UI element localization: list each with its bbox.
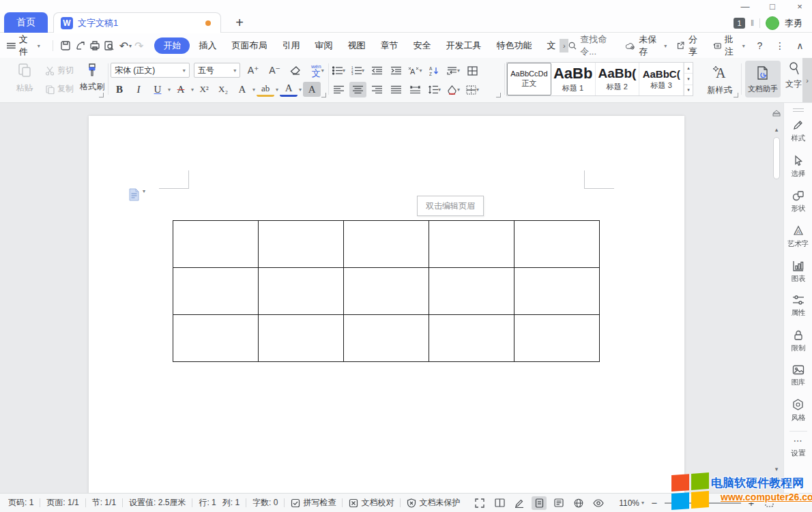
table-cell[interactable]: [514, 221, 600, 268]
font-family-select[interactable]: 宋体 (正文) ▾: [111, 63, 190, 78]
file-menu-button[interactable]: 文件 ▾: [7, 33, 40, 58]
status-page-count[interactable]: 页面: 1/1: [46, 497, 78, 509]
clipboard-dialog-launcher[interactable]: [99, 93, 104, 97]
web-layout-button[interactable]: [571, 496, 586, 510]
read-layout-button[interactable]: [492, 496, 507, 510]
fit-page-button[interactable]: [762, 496, 777, 510]
tab-home[interactable]: 开始: [154, 37, 190, 54]
table-cell[interactable]: [344, 268, 429, 315]
style-normal[interactable]: AaBbCcDd 正文: [507, 63, 551, 95]
justify-button[interactable]: [388, 82, 405, 97]
status-section[interactable]: 节: 1/1: [92, 497, 116, 509]
ribbon-expand-strip[interactable]: ›: [802, 58, 812, 102]
maximize-button[interactable]: □: [767, 1, 778, 12]
document-page[interactable]: ▾ 双击编辑页眉: [89, 116, 684, 493]
align-left-button[interactable]: [330, 82, 347, 97]
clear-format-button[interactable]: [287, 63, 303, 78]
italic-button[interactable]: I: [130, 82, 147, 97]
copy-button[interactable]: 复制: [45, 83, 74, 95]
char-shading-button[interactable]: A: [303, 82, 321, 97]
table-cell[interactable]: [344, 315, 429, 362]
table-cell[interactable]: [173, 268, 259, 315]
sidebar-drag-handle[interactable]: [793, 108, 804, 112]
increase-indent-button[interactable]: [388, 63, 405, 78]
text-effects-dropdown[interactable]: ▾: [252, 87, 255, 93]
scrollbar-thumb[interactable]: [773, 137, 780, 179]
doc-proof-button[interactable]: 文档校对: [349, 497, 394, 509]
tab-security[interactable]: 安全: [407, 37, 437, 54]
close-button[interactable]: ×: [794, 1, 805, 12]
font-dialog-launcher[interactable]: [321, 93, 326, 97]
gallery-scroll-up[interactable]: ▴: [684, 63, 693, 74]
tab-special-features[interactable]: 特色功能: [490, 37, 538, 54]
notification-badge[interactable]: 1: [734, 18, 745, 29]
scroll-down-button[interactable]: ▾: [775, 466, 779, 472]
zoom-slider[interactable]: [665, 502, 741, 504]
outline-view-button[interactable]: [551, 496, 566, 510]
decrease-indent-button[interactable]: [368, 63, 386, 78]
table-cell[interactable]: [514, 268, 600, 315]
font-color-dropdown[interactable]: ▾: [299, 87, 302, 93]
write-mode-button[interactable]: [512, 496, 527, 510]
zoom-in-button[interactable]: +: [746, 497, 756, 509]
increase-font-button[interactable]: A⁺: [244, 63, 261, 78]
tab-view[interactable]: 视图: [341, 37, 371, 54]
highlight-dropdown[interactable]: ▾: [276, 87, 278, 93]
zoom-out-button[interactable]: −: [650, 497, 659, 509]
table-cell[interactable]: [259, 315, 344, 362]
sidebar-item-gallery[interactable]: 图库: [784, 359, 812, 393]
print-preview-button[interactable]: [102, 37, 117, 54]
doc-assistant-button[interactable]: 文档助手: [745, 61, 781, 97]
sidebar-item-styles[interactable]: 样式: [784, 113, 812, 149]
font-color-button[interactable]: A: [280, 82, 298, 97]
spell-check-button[interactable]: 拼写检查: [291, 497, 336, 509]
page-options-button[interactable]: ▾: [128, 188, 145, 201]
align-right-button[interactable]: [368, 82, 386, 97]
gallery-expand[interactable]: ▾: [684, 85, 693, 95]
style-heading2[interactable]: AaBb( 标题 2: [596, 63, 640, 95]
align-center-button[interactable]: [349, 82, 366, 97]
avatar[interactable]: [766, 16, 779, 30]
sort-button[interactable]: AZ: [426, 63, 443, 78]
table-cell[interactable]: [429, 221, 514, 268]
redo-button[interactable]: ↷: [132, 37, 146, 54]
text-effects-button[interactable]: A: [233, 82, 251, 97]
pinyin-guide-button[interactable]: wén文 ▾: [308, 63, 328, 78]
status-word-count[interactable]: 字数: 0: [252, 497, 278, 509]
style-heading1[interactable]: AaBb 标题 1: [551, 63, 596, 95]
subscript-button[interactable]: X₂: [214, 82, 232, 97]
document-tab[interactable]: W 文字文稿1: [53, 12, 221, 33]
ruler-toggle-button[interactable]: [772, 107, 781, 119]
new-style-button[interactable]: A 新样式▾: [704, 63, 736, 96]
numbered-list-button[interactable]: 123 ▾: [349, 63, 366, 78]
strikethrough-button[interactable]: A: [172, 82, 190, 97]
help-button[interactable]: ?: [755, 40, 765, 51]
previous-page-button[interactable]: ▴▴: [774, 477, 779, 480]
shading-button[interactable]: ▾: [445, 82, 462, 97]
window-stack-icon[interactable]: ‖: [751, 18, 754, 28]
table-cell[interactable]: [259, 268, 344, 315]
save-status-button[interactable]: 未保存 ▾: [626, 33, 667, 58]
tab-references[interactable]: 引用: [276, 37, 306, 54]
underline-button[interactable]: U: [149, 82, 166, 97]
insert-frame-button[interactable]: [464, 63, 481, 78]
format-painter-button[interactable]: 格式刷: [78, 62, 106, 93]
tab-developer[interactable]: 开发工具: [439, 37, 487, 54]
sidebar-item-select[interactable]: 选择: [784, 149, 812, 184]
home-tab-button[interactable]: 首页: [4, 12, 48, 33]
underline-dropdown[interactable]: ▾: [168, 87, 171, 93]
text-tool-button[interactable]: 文字: [785, 61, 802, 90]
tab-insert[interactable]: 插入: [192, 37, 222, 54]
decrease-font-button[interactable]: A⁻: [266, 63, 283, 78]
doc-protect-button[interactable]: 文档未保护: [407, 497, 460, 509]
minimize-button[interactable]: —: [740, 1, 751, 12]
distribute-button[interactable]: [407, 82, 424, 97]
browse-object-button[interactable]: [774, 484, 779, 489]
save-button[interactable]: [59, 37, 73, 54]
table-cell[interactable]: [173, 315, 259, 362]
paste-button[interactable]: 粘贴▾: [10, 62, 40, 94]
tab-section[interactable]: 章节: [374, 37, 404, 54]
tab-text-tools-truncated[interactable]: 文: [540, 37, 557, 54]
line-spacing-button[interactable]: ▾: [426, 82, 443, 97]
sidebar-item-shapes[interactable]: 形状: [784, 184, 812, 219]
